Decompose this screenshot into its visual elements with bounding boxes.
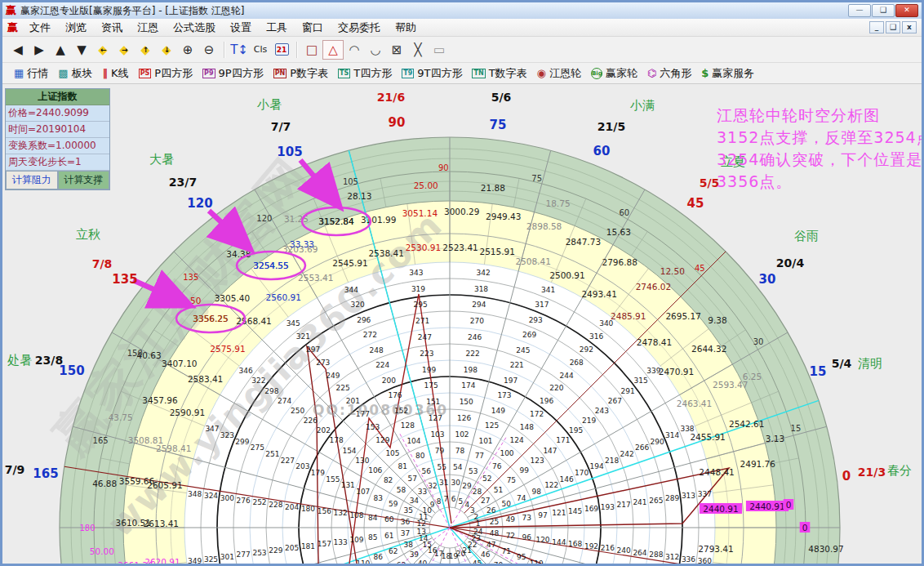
- conversion-factor-value: 变换系数=1.00000: [6, 138, 109, 154]
- mdi-restore-button[interactable]: ❑: [886, 21, 900, 33]
- back-button[interactable]: ◀: [7, 40, 29, 60]
- svg-text:221: 221: [510, 361, 524, 369]
- menu-item-4[interactable]: 公式选股: [166, 19, 223, 37]
- menu-item-3[interactable]: 江恩: [130, 19, 166, 37]
- quotes-icon: ▦: [14, 67, 24, 79]
- tool-winner-wheel[interactable]: Big赢家轮: [586, 65, 642, 82]
- svg-text:267: 267: [608, 397, 622, 405]
- svg-text:321: 321: [296, 332, 310, 341]
- price-major-value: 3457.96: [142, 395, 178, 405]
- outer-label: 5/4: [832, 357, 852, 370]
- arc-ccw-tool-button[interactable]: ◡: [365, 40, 386, 60]
- svg-text:295: 295: [414, 301, 428, 309]
- calendar-21-button[interactable]: 21: [271, 40, 292, 60]
- xbox-tool-button[interactable]: ⊠: [386, 40, 407, 60]
- price-major-value: 3051.14: [402, 208, 438, 218]
- tool-quotes[interactable]: ▦行情: [9, 65, 53, 82]
- svg-text:223: 223: [420, 350, 433, 358]
- price-minor-value: 2493.41: [581, 289, 616, 299]
- outer-label: 21/5: [597, 120, 625, 133]
- app-window: 赢 赢家江恩专业版[赢家服务平台] - [上证指数 江恩轮] — ❑ ✕ 赢 文…: [0, 0, 924, 566]
- tool-9t-square[interactable]: T99T四方形: [397, 65, 467, 82]
- rect-tool-button[interactable]: □: [301, 40, 322, 60]
- svg-text:294: 294: [472, 301, 486, 309]
- svg-text:360: 360: [698, 557, 712, 564]
- svg-text:121: 121: [552, 509, 566, 517]
- price-major-value: 3610.51: [116, 518, 151, 528]
- tool-kline[interactable]: ‖K线: [98, 65, 134, 82]
- p-number-table-label: P数字表: [290, 66, 328, 81]
- svg-text:192: 192: [584, 542, 598, 550]
- calc-resistance-button[interactable]: 计算阻力: [6, 171, 58, 189]
- svg-text:38: 38: [403, 541, 413, 549]
- svg-text:220: 220: [549, 384, 563, 392]
- cls-button[interactable]: Cls: [250, 40, 271, 60]
- menu-item-2[interactable]: 资讯: [94, 19, 130, 37]
- menu-item-8[interactable]: 交易委托: [331, 19, 388, 37]
- outer-label: 处暑: [7, 353, 32, 368]
- main-toolbar: ◀▶▲▼◆←◆→◆↑◆↓⊕⊖T↕Cls21□△◠◡⊠╳▭: [2, 37, 922, 63]
- tool-sectors[interactable]: ▩板块: [53, 65, 97, 82]
- diamond-left-button[interactable]: ◆←: [92, 40, 113, 60]
- svg-text:150: 150: [460, 398, 473, 406]
- gann-toolbar: ▦行情▩板块‖K线PSP四方形P99P四方形PNP数字表TST四方形T99T四方…: [2, 63, 922, 84]
- price-major-value: 2491.76: [740, 459, 776, 469]
- svg-text:274: 274: [278, 397, 291, 405]
- tool-hexagon[interactable]: ⌬六角形: [642, 65, 696, 82]
- diamond-up-button[interactable]: ◆↑: [135, 40, 156, 60]
- price-major-value: 2695.17: [665, 311, 700, 321]
- svg-text:314: 314: [665, 431, 679, 439]
- arc-cw-tool-button[interactable]: ◠: [344, 40, 365, 60]
- svg-text:147: 147: [543, 447, 557, 455]
- menu-item-0[interactable]: 文件: [22, 19, 58, 37]
- tool-p-number-table[interactable]: PNP数字表: [269, 65, 333, 82]
- svg-text:175: 175: [424, 381, 438, 390]
- mdi-close-button[interactable]: x: [902, 21, 917, 33]
- svg-text:293: 293: [529, 316, 543, 324]
- menu-item-9[interactable]: 帮助: [388, 19, 424, 37]
- svg-text:24: 24: [473, 528, 483, 536]
- svg-text:33.33: 33.33: [290, 239, 314, 249]
- tool-winner-service[interactable]: $赢家服务: [696, 65, 759, 82]
- 9t-square-icon: T9: [402, 69, 414, 78]
- title-bar[interactable]: 赢 赢家江恩专业版[赢家服务平台] - [上证指数 江恩轮] — ❑ ✕: [2, 2, 922, 19]
- outer-label: 21/3: [858, 466, 886, 479]
- calc-support-button[interactable]: 计算支撑: [58, 171, 110, 189]
- triangle-tool-button[interactable]: △: [322, 40, 344, 60]
- t-updown-button[interactable]: T↕: [229, 40, 250, 60]
- rotate-down-button[interactable]: ▼: [71, 40, 92, 60]
- scatter-tool-button[interactable]: ╳: [407, 40, 429, 60]
- menu-item-6[interactable]: 工具: [259, 19, 295, 37]
- diamond-down-button[interactable]: ◆↓: [156, 40, 177, 60]
- zoom-in-button[interactable]: ⊕: [177, 40, 198, 60]
- gann-wheel-icon: ◉: [537, 67, 546, 79]
- mdi-minimize-button[interactable]: _: [869, 21, 884, 33]
- highlight-value: 3356.25: [193, 314, 228, 323]
- svg-text:119: 119: [530, 559, 544, 564]
- diamond-right-button[interactable]: ◆→: [113, 40, 135, 60]
- price-minor-value: 2470.91: [659, 367, 694, 377]
- tool-9p-square[interactable]: P99P四方形: [198, 65, 269, 82]
- tool-gann-wheel[interactable]: ◉江恩轮: [532, 65, 586, 82]
- svg-text:229: 229: [269, 546, 282, 555]
- close-button[interactable]: ✕: [895, 4, 918, 17]
- menu-item-7[interactable]: 窗口: [295, 19, 331, 37]
- degree-value: 30: [753, 337, 764, 346]
- analysis-annotation: 江恩轮中轮时空分析图: [717, 106, 880, 124]
- maximize-button[interactable]: ❑: [872, 4, 895, 17]
- highlight-value: 3152.84: [318, 216, 354, 226]
- svg-text:172: 172: [530, 410, 544, 418]
- minimize-button[interactable]: —: [848, 4, 871, 17]
- svg-text:292: 292: [580, 345, 593, 354]
- monitor-tool-button[interactable]: ▭: [429, 40, 450, 60]
- forward-button[interactable]: ▶: [29, 40, 50, 60]
- menu-item-1[interactable]: 浏览: [58, 19, 94, 37]
- tool-t-square[interactable]: TST四方形: [333, 65, 397, 82]
- rotate-up-button[interactable]: ▲: [50, 40, 71, 60]
- tool-p-square[interactable]: PSP四方形: [134, 65, 198, 82]
- svg-text:342: 342: [477, 269, 491, 277]
- svg-text:96: 96: [522, 533, 531, 541]
- zoom-out-button[interactable]: ⊖: [198, 40, 220, 60]
- tool-t-number-table[interactable]: TNT数字表: [467, 65, 531, 82]
- menu-item-5[interactable]: 设置: [223, 19, 259, 37]
